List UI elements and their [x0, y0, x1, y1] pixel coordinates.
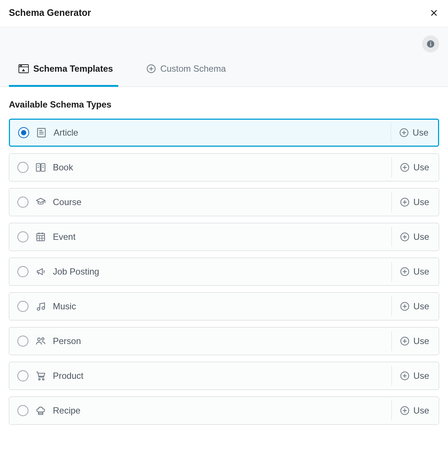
use-label: Use — [413, 197, 429, 207]
megaphone-icon — [35, 266, 46, 277]
plus-circle-icon — [400, 406, 410, 415]
use-label: Use — [413, 162, 429, 173]
modal-title: Schema Generator — [9, 7, 91, 18]
use-label: Use — [413, 301, 429, 312]
close-icon — [430, 9, 438, 17]
schema-type-select[interactable]: Article — [10, 120, 391, 146]
schema-type-item: RecipeUse — [9, 397, 439, 425]
template-icon — [18, 64, 29, 73]
info-row — [0, 27, 448, 52]
schema-type-item: BookUse — [9, 153, 439, 181]
schema-type-select[interactable]: Course — [9, 188, 391, 216]
use-button[interactable]: Use — [391, 296, 438, 316]
tab-schema-templates[interactable]: Schema Templates — [9, 52, 118, 87]
radio-dot — [21, 130, 26, 135]
article-icon — [36, 127, 47, 138]
schema-type-select[interactable]: Job Posting — [9, 258, 391, 285]
plus-circle-icon — [400, 197, 410, 207]
radio-button[interactable] — [17, 162, 28, 173]
schema-type-select[interactable]: Event — [9, 223, 391, 251]
tab-bar: Schema Templates Custom Schema — [0, 52, 448, 87]
book-icon — [35, 162, 46, 173]
svg-point-8 — [21, 65, 22, 66]
svg-point-4 — [430, 42, 431, 43]
modal-header: Schema Generator — [0, 0, 448, 27]
plus-circle-icon — [146, 64, 156, 74]
tab-label: Schema Templates — [33, 64, 113, 74]
schema-type-item: CourseUse — [9, 188, 439, 216]
schema-type-label: Course — [53, 197, 81, 207]
plus-circle-icon — [400, 232, 410, 242]
graduation-icon — [35, 197, 46, 208]
close-button[interactable] — [429, 8, 439, 18]
chef-icon — [35, 405, 46, 416]
svg-point-7 — [20, 65, 21, 66]
use-button[interactable]: Use — [391, 401, 438, 421]
schema-type-select[interactable]: Recipe — [9, 397, 391, 424]
info-button[interactable] — [422, 35, 439, 52]
plus-circle-icon — [400, 267, 410, 276]
radio-button[interactable] — [17, 266, 28, 277]
use-label: Use — [413, 371, 429, 381]
use-button[interactable]: Use — [391, 262, 438, 282]
schema-type-item: Job PostingUse — [9, 258, 439, 286]
schema-type-label: Article — [54, 127, 78, 138]
people-icon — [35, 336, 46, 347]
schema-type-label: Job Posting — [53, 266, 99, 277]
schema-type-label: Recipe — [53, 405, 81, 416]
tab-label: Custom Schema — [160, 64, 226, 74]
radio-button[interactable] — [17, 336, 28, 347]
tab-custom-schema[interactable]: Custom Schema — [137, 52, 231, 87]
schema-type-label: Music — [53, 301, 76, 312]
schema-type-select[interactable]: Person — [9, 327, 391, 355]
schema-type-select[interactable]: Product — [9, 362, 391, 390]
schema-type-label: Person — [53, 336, 81, 346]
schema-type-item: PersonUse — [9, 327, 439, 355]
use-label: Use — [413, 266, 429, 277]
schema-type-item: ProductUse — [9, 362, 439, 390]
use-label: Use — [413, 405, 429, 416]
plus-circle-icon — [400, 371, 410, 381]
use-label: Use — [413, 232, 429, 242]
plus-circle-icon — [400, 336, 410, 346]
use-button[interactable]: Use — [391, 123, 437, 143]
schema-type-item: EventUse — [9, 223, 439, 251]
radio-button[interactable] — [17, 370, 28, 381]
calendar-icon — [35, 231, 46, 242]
use-button[interactable]: Use — [391, 192, 438, 212]
plus-circle-icon — [400, 302, 410, 311]
use-label: Use — [413, 127, 428, 138]
use-button[interactable]: Use — [391, 331, 438, 351]
use-button[interactable]: Use — [391, 227, 438, 247]
use-button[interactable]: Use — [391, 157, 438, 177]
radio-button[interactable] — [17, 231, 28, 242]
svg-rect-3 — [430, 43, 431, 46]
radio-button[interactable] — [17, 197, 28, 208]
use-label: Use — [413, 336, 429, 346]
music-icon — [35, 301, 46, 312]
schema-type-select[interactable]: Music — [9, 293, 391, 320]
radio-button[interactable] — [17, 405, 28, 416]
schema-type-select[interactable]: Book — [9, 154, 391, 181]
use-button[interactable]: Use — [391, 366, 438, 386]
schema-type-label: Product — [53, 371, 84, 381]
schema-type-label: Book — [53, 162, 73, 173]
schema-type-label: Event — [53, 232, 75, 242]
schema-type-list: ArticleUseBookUseCourseUseEventUseJob Po… — [9, 119, 439, 425]
radio-button[interactable] — [17, 301, 28, 312]
section-title: Available Schema Types — [9, 99, 439, 110]
schema-type-item: MusicUse — [9, 292, 439, 320]
info-icon — [426, 40, 435, 48]
cart-icon — [35, 370, 46, 381]
radio-button[interactable] — [18, 127, 29, 138]
schema-type-item: ArticleUse — [9, 119, 439, 147]
content-area: Available Schema Types ArticleUseBookUse… — [0, 87, 448, 439]
plus-circle-icon — [399, 128, 409, 137]
plus-circle-icon — [400, 163, 410, 172]
